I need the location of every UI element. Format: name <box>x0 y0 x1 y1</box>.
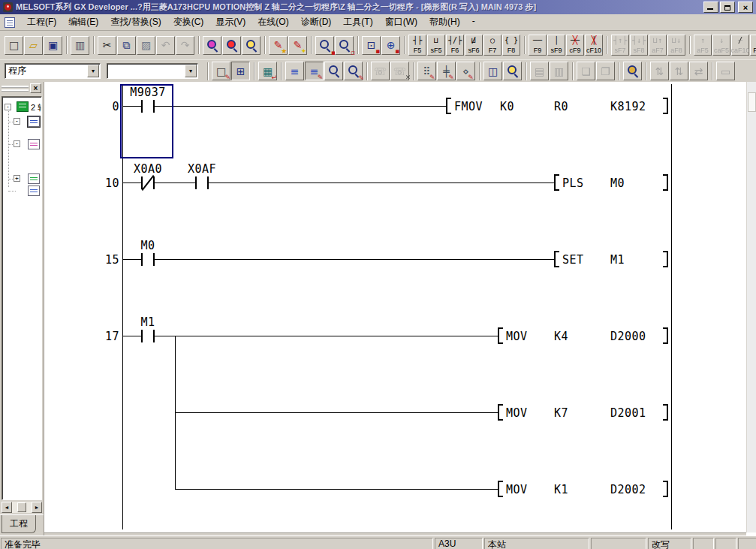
instruction-operand[interactable]: D2001 <box>610 406 646 420</box>
instruction-name[interactable]: MOV <box>506 483 528 496</box>
save-project-button[interactable]: ▣ <box>44 36 62 55</box>
contact-no[interactable] <box>141 330 155 342</box>
instruction-name[interactable]: FMOV <box>454 100 483 113</box>
menu-window[interactable]: 窗口(W) <box>379 14 423 31</box>
statement-display-button[interactable]: □✎ <box>212 62 230 80</box>
panel-hscroll-thumb[interactable] <box>17 502 26 512</box>
comment-display-button[interactable]: ⊡▪ <box>362 36 381 55</box>
delete-vertical-line-button[interactable]: │╳cF10 <box>585 35 603 56</box>
monitor-write-mode-button[interactable]: ✎ <box>344 62 363 80</box>
instruction-name[interactable]: SET <box>562 253 584 267</box>
vertical-line-button[interactable]: │sF9 <box>547 35 565 56</box>
project-root-label[interactable]: 2 轴二分之一切程序 <box>31 102 42 113</box>
find-step-button[interactable] <box>242 36 261 55</box>
contact-no[interactable] <box>195 176 209 189</box>
menu-view[interactable]: 显示(V) <box>209 14 251 31</box>
scroll-left-icon[interactable]: ◄ <box>2 502 12 513</box>
minimize-button[interactable] <box>703 2 718 13</box>
scroll-right-icon[interactable]: ► <box>32 502 42 513</box>
new-project-button[interactable]: □ <box>5 36 23 55</box>
instruction-operand[interactable]: K7 <box>554 406 568 420</box>
data-name-select[interactable]: ▾ <box>107 63 198 79</box>
tree-expand-device-comment-item[interactable]: - <box>14 140 20 147</box>
parameter-item-icon[interactable] <box>28 173 40 184</box>
monitor-mode-button[interactable] <box>324 62 343 80</box>
application-instruction-button[interactable]: { }F8 <box>502 35 520 56</box>
device-comment-edit-button[interactable]: ⠿✎ <box>417 62 436 80</box>
ladder-vscrollbar[interactable] <box>746 82 756 532</box>
menu-dash[interactable]: - <box>466 14 481 31</box>
find-device-button[interactable] <box>203 36 221 55</box>
program-item-icon[interactable] <box>28 116 40 127</box>
split-window-button[interactable]: ◫ <box>483 62 502 80</box>
project-data-list-toggle-button[interactable]: ⊞ <box>231 62 250 80</box>
menu-project[interactable]: 工程(F) <box>21 14 62 31</box>
menu-help[interactable]: 帮助(H) <box>423 14 466 31</box>
instruction-name[interactable]: MOV <box>506 406 528 420</box>
panel-close-button[interactable]: × <box>30 83 41 93</box>
find-instruction-button[interactable] <box>222 36 241 55</box>
panel-hscrollbar[interactable]: ◄ ► <box>2 502 42 513</box>
instruction-operand[interactable]: K1 <box>554 483 568 496</box>
paste-button[interactable]: ▨ <box>137 36 155 55</box>
zoom-out-button[interactable]: ▫ <box>335 36 354 55</box>
instruction-operand[interactable]: K0 <box>500 100 514 113</box>
menu-diagnostics[interactable]: 诊断(D) <box>295 14 338 31</box>
panel-grip[interactable] <box>2 86 29 93</box>
close-button[interactable]: × <box>738 2 753 13</box>
menu-convert[interactable]: 变换(C) <box>167 14 210 31</box>
menu-edit[interactable]: 编辑(E) <box>62 14 104 31</box>
read-mode-button[interactable]: ≡ <box>285 62 304 80</box>
tree-expand-program-item[interactable]: - <box>14 118 20 125</box>
contact-no[interactable] <box>141 253 155 266</box>
instruction-name[interactable]: PLS <box>562 176 584 190</box>
ladder-editor[interactable]: 0 M9037 FMOV K0 R0 K8192 10 X0A0 X0AF <box>44 82 746 532</box>
open-project-button[interactable]: ▱ <box>24 36 43 55</box>
print-button[interactable]: ▥ <box>71 36 89 55</box>
data-type-select[interactable]: 程序▾ <box>5 63 101 79</box>
dropdown-arrow-icon[interactable]: ▾ <box>87 65 99 77</box>
tree-expand-parameter-item[interactable]: + <box>14 175 20 182</box>
open-contact-button[interactable]: ┤├F5 <box>408 35 426 56</box>
cut-button[interactable]: ✂ <box>98 36 116 55</box>
device-test-button[interactable]: ✎★ <box>269 36 288 55</box>
closed-contact-button[interactable]: ┤/├F6 <box>446 35 464 56</box>
instruction-operand[interactable]: K4 <box>554 330 568 343</box>
instruction-operand[interactable]: K8192 <box>610 100 646 113</box>
menu-find-replace[interactable]: 查找/替换(S) <box>104 14 167 31</box>
copy-button[interactable]: ⧉ <box>117 36 136 55</box>
draw-line-button[interactable]: ⌐F10 <box>750 35 756 56</box>
statement-edit-button[interactable]: ╪✎ <box>437 62 456 80</box>
dropdown-arrow-icon[interactable]: ▾ <box>185 65 197 77</box>
instruction-operand[interactable]: D2000 <box>610 330 646 343</box>
coil-button[interactable]: ○F7 <box>483 35 501 56</box>
note-edit-button[interactable]: ⋄✎ <box>456 62 475 80</box>
device-comment-item-icon[interactable] <box>28 139 40 149</box>
contact-nc[interactable] <box>141 176 155 189</box>
project-tab[interactable]: 工程 <box>2 515 36 533</box>
ladder-vscroll-thumb[interactable] <box>748 92 756 112</box>
horizontal-line-button[interactable]: ──F9 <box>529 35 547 56</box>
instruction-operand[interactable]: M0 <box>610 176 625 190</box>
zoom-in-button[interactable]: ▪ <box>315 36 334 55</box>
delete-horizontal-line-button[interactable]: ──╳cF9 <box>566 35 584 56</box>
closed-branch-button[interactable]: ⊔∕sF6 <box>465 35 483 56</box>
titlebar[interactable]: MELSOFT系列 GX Developer ...?用三菱A173HCPU M… <box>0 0 756 14</box>
project-tree[interactable]: -2 轴二分之一切程序--+ <box>2 96 42 500</box>
open-branch-button[interactable]: ⊔sF5 <box>427 35 445 56</box>
instruction-name[interactable]: MOV <box>506 330 528 343</box>
write-mode-button[interactable]: ≡✎ <box>305 62 324 80</box>
monitor-condition-button[interactable] <box>503 62 522 80</box>
tree-expand-root[interactable]: - <box>5 104 11 110</box>
device-registration-button[interactable]: ✎✦ <box>288 36 307 55</box>
mdi-child-icon[interactable] <box>5 17 15 28</box>
menu-online[interactable]: 在线(O) <box>251 14 294 31</box>
menu-tools[interactable]: 工具(T) <box>337 14 378 31</box>
instruction-operand[interactable]: M1 <box>610 253 625 267</box>
restore-button[interactable] <box>720 2 735 13</box>
ladder-list-toggle-button[interactable]: ▦↵ <box>258 62 277 80</box>
instruction-operand[interactable]: R0 <box>554 100 568 113</box>
device-memory-item-icon[interactable] <box>28 186 40 196</box>
instruction-operand[interactable]: D2002 <box>610 483 646 496</box>
cross-reference-button[interactable] <box>623 62 642 80</box>
